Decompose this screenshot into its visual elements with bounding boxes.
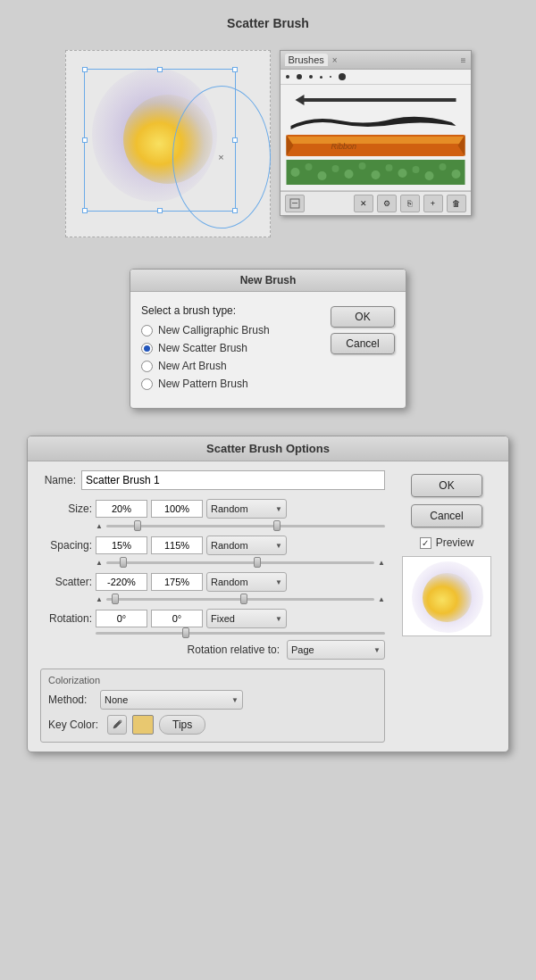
name-label: Name:: [40, 474, 76, 486]
new-brush-btn[interactable]: +: [423, 195, 443, 212]
radio-calligraphic[interactable]: New Calligraphic Brush: [141, 324, 322, 336]
brush-dot-3[interactable]: [309, 75, 313, 79]
rotation-dropdown-arrow: ▼: [275, 615, 282, 623]
stroke-decorative[interactable]: [284, 160, 467, 185]
brushes-toolbar: ✕ ⚙ ⎘ + 🗑: [281, 191, 471, 215]
handle-tr[interactable]: [232, 67, 238, 72]
rotation-slider[interactable]: [96, 632, 385, 635]
spacing-slider-thumb-left[interactable]: [120, 557, 127, 568]
tips-button[interactable]: Tips: [159, 715, 205, 735]
radio-art-circle: [141, 361, 153, 372]
remove-brush-btn[interactable]: ✕: [354, 195, 373, 212]
svg-marker-0: [295, 95, 456, 105]
radio-scatter-label: New Scatter Brush: [158, 342, 247, 354]
method-dropdown[interactable]: None ▼: [100, 690, 243, 710]
check-mark: ✓: [422, 538, 429, 548]
preview-checkbox[interactable]: ✓: [420, 537, 431, 549]
handle-br[interactable]: [232, 208, 238, 213]
stroke-ribbon[interactable]: Ribbon: [284, 133, 467, 158]
scatter-slider[interactable]: [106, 598, 374, 601]
radio-scatter[interactable]: New Scatter Brush: [141, 342, 322, 354]
spacing-slider[interactable]: [106, 561, 374, 564]
spacing-method-dropdown[interactable]: Random ▼: [206, 536, 287, 555]
scatter-cancel-button[interactable]: Cancel: [411, 504, 482, 527]
delete-btn[interactable]: 🗑: [447, 195, 466, 212]
spacing-min-input[interactable]: [96, 536, 147, 554]
scatter-slider-thumb-left[interactable]: [112, 594, 119, 604]
spacing-label: Spacing:: [40, 539, 92, 552]
scatter-dropdown-arrow: ▼: [275, 578, 282, 586]
colorization-title: Colorization: [48, 675, 377, 685]
svg-point-18: [439, 163, 446, 170]
rotation-method-text: Fixed: [211, 613, 273, 624]
handle-tm[interactable]: [157, 67, 163, 72]
rotation-relative-dropdown[interactable]: Page ▼: [287, 640, 385, 660]
svg-point-22: [120, 720, 122, 723]
radio-art[interactable]: New Art Brush: [141, 360, 322, 372]
options-right: OK Cancel ✓ Preview: [398, 470, 496, 743]
brush-dot-2[interactable]: [297, 74, 302, 79]
method-label: Method:: [48, 693, 95, 706]
rotation-method-dropdown[interactable]: Fixed ▼: [206, 609, 287, 628]
scatter-options-body: Name: Size: Random ▼ ▲: [28, 461, 508, 752]
brushes-tab[interactable]: Brushes: [285, 54, 328, 66]
stroke-calligraphic[interactable]: [284, 112, 467, 131]
stroke-arrow[interactable]: [284, 90, 467, 110]
rotation-slider-thumb[interactable]: [182, 627, 189, 638]
duplicate-btn[interactable]: ⎘: [400, 195, 420, 212]
brush-dot-4[interactable]: [320, 76, 322, 79]
cancel-button[interactable]: Cancel: [331, 333, 395, 354]
scatter-ok-button[interactable]: OK: [411, 474, 482, 497]
brushes-dots-row: [281, 70, 471, 85]
rotation-max-input[interactable]: [151, 610, 203, 627]
size-method-dropdown[interactable]: Random ▼: [206, 499, 287, 519]
eyedropper-button[interactable]: [107, 715, 127, 735]
brushes-close-icon[interactable]: ×: [332, 55, 338, 65]
brush-libraries-btn[interactable]: [285, 195, 305, 212]
rotation-min-input[interactable]: [96, 610, 147, 627]
radio-art-label: New Art Brush: [158, 360, 227, 372]
spacing-arrow-up2: ▲: [378, 559, 385, 567]
size-max-input[interactable]: [151, 500, 203, 518]
size-slider-thumb-left[interactable]: [134, 520, 141, 531]
scatter-options-section: Scatter Brush Options Name: Size: Random…: [0, 427, 536, 770]
svg-point-17: [424, 171, 433, 180]
brush-dot-5[interactable]: [330, 76, 331, 78]
rotation-row: Rotation: Fixed ▼: [40, 609, 385, 628]
size-dropdown-arrow: ▼: [275, 505, 282, 513]
size-min-input[interactable]: [96, 500, 147, 518]
spacing-slider-thumb-right[interactable]: [254, 557, 261, 568]
handle-tl[interactable]: [82, 67, 88, 72]
handle-mr[interactable]: [232, 137, 238, 143]
svg-point-19: [451, 170, 460, 179]
scatter-max-input[interactable]: [151, 573, 203, 591]
handle-bm[interactable]: [157, 208, 163, 213]
scatter-slider-thumb-right[interactable]: [240, 594, 247, 604]
brush-dot-1[interactable]: [286, 75, 289, 79]
size-slider-thumb-right[interactable]: [273, 520, 281, 531]
name-input[interactable]: [81, 470, 385, 490]
handle-bl[interactable]: [82, 208, 88, 213]
radio-calligraphic-circle: [141, 325, 153, 336]
key-color-row: Key Color: Tips: [48, 715, 377, 735]
size-slider[interactable]: [106, 525, 385, 527]
radio-scatter-circle: [141, 343, 153, 354]
svg-point-16: [412, 166, 419, 173]
handle-ml[interactable]: [82, 137, 88, 143]
scatter-min-input[interactable]: [96, 573, 147, 591]
spacing-max-input[interactable]: [151, 536, 203, 554]
ok-button[interactable]: OK: [331, 306, 395, 328]
rotation-relative-arrow: ▼: [373, 646, 381, 654]
key-color-swatch[interactable]: [132, 715, 154, 735]
scatter-options-titlebar: Scatter Brush Options: [28, 436, 508, 461]
svg-point-9: [317, 171, 326, 180]
new-brush-section: New Brush Select a brush type: New Calli…: [0, 255, 536, 427]
brushes-menu-icon[interactable]: ≡: [461, 55, 466, 65]
color-method-row: Method: None ▼: [48, 690, 377, 710]
brush-dot-6[interactable]: [339, 73, 346, 80]
scatter-method-dropdown[interactable]: Random ▼: [206, 572, 287, 592]
svg-point-13: [371, 170, 380, 179]
options-btn[interactable]: ⚙: [377, 195, 397, 212]
scatter-slider-row: ▲ ▲: [40, 595, 385, 603]
radio-pattern[interactable]: New Pattern Brush: [141, 378, 322, 390]
